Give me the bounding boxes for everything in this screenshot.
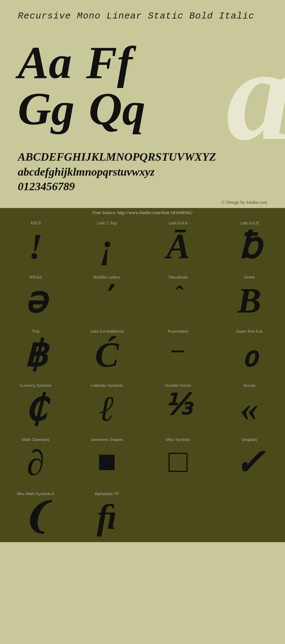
glyph-label-miscmathsyma: Misc Math Symbols A [2,492,69,496]
glyph-label-superandsub: Super And Sub [216,329,283,333]
glyph-char-ascii: ! [29,227,43,266]
glyph-label-miscsymbols: Misc Symbols [144,437,212,442]
glyph-label-letterlike: Letterlike Symbols [73,383,141,388]
glyph-cell-arrows: Arrows « [214,380,285,434]
glyph-label-modletters: Modifier Letters [73,275,141,279]
glyph-label-greek: Greek [216,275,283,279]
alphabet-section: ABCDEFGHIJKLMNOPQRSTUVWXYZ abcdefghijklm… [0,146,285,198]
glyph-char-dingbats: ✓ [234,443,264,483]
glyph-char-geoshapes: ■ [97,443,116,479]
glyph-cell-punctuation: Punctuation – [142,326,214,380]
glyph-label-diacriticals: Diacriticals [144,275,212,279]
alphabet-lower: abcdefghijklmnopqrstuvwxyz [18,165,267,180]
pair-aa: Aa [18,39,72,85]
glyph-label-latinexta: Latin Ext A [144,221,212,225]
glyph-char-ipaext: ə [25,281,47,320]
glyph-label-latin1sup: Latin 1 Sup [73,221,141,225]
letter-pairs: Aa Ff Gg Qq [18,39,145,146]
glyph-cell-diacriticals: Diacriticals ˆ [142,271,214,326]
glyph-cell-latin1sup: Latin 1 Sup ¡ [71,217,142,271]
glyph-char-modletters: ʼ [103,281,111,308]
glyph-cell-geoshapes: Geometric Shapes ■ [71,434,142,488]
glyph-label-ascii: ASCII [2,221,69,225]
glyph-cell-mathops: Math Operators ∂ [0,434,71,488]
background-char: a [226,28,285,160]
glyph-char-thai: ฿ [24,335,47,374]
glyph-cell-ascii: ASCII ! [0,217,71,271]
glyph-char-letterlike: ℓ [99,389,115,429]
pair-qq: Qq [89,85,145,132]
glyph-label-latinextb: Latin Ext B [216,221,283,225]
glyph-cell-thai: Thai ฿ [0,326,71,380]
glyph-label-geoshapes: Geometric Shapes [73,437,141,442]
glyph-cell-dingbats: Dingbats ✓ [214,434,285,488]
glyph-cell-currency: Currency Symbols ₵ [0,380,71,434]
glyph-cell-alphabeticpf: Alphabetic PF ﬁ [71,488,142,542]
glyph-cell-miscmathsyma: Misc Math Symbols A ❨ [0,488,71,542]
digits: 0123456789 [18,179,267,194]
glyph-cell-latinextb: Latin Ext B ƀ [214,217,285,271]
glyph-cell-empty2 [214,488,285,542]
glyph-label-currency: Currency Symbols [2,383,69,388]
glyph-char-currency: ₵ [24,389,47,429]
glyph-char-miscmathsyma: ❨ [21,498,51,537]
copyright: © Design by fontke.com [0,198,285,208]
glyph-char-diacriticals: ˆ [174,281,182,308]
glyph-cell-latinextadd: Latin Ext Additional Ć [71,326,142,380]
glyphs-section: ASCII ! Latin 1 Sup ¡ Latin Ext A Ā Lati… [0,217,285,542]
glyph-label-punctuation: Punctuation [144,329,212,333]
specimen-area: Aa Ff Gg Qq a [0,36,285,146]
pair-gg: Gg [18,85,74,132]
glyph-cell-letterlike: Letterlike Symbols ℓ [71,380,142,434]
glyph-label-numberforms: Number Forms [144,383,212,388]
font-title: Recursive Mono Linear Static Bold Italic [18,11,267,21]
letter-row-1: Aa Ff [18,39,145,85]
glyph-char-mathops: ∂ [27,443,44,483]
glyph-cell-miscsymbols: Misc Symbols □ [142,434,214,488]
glyph-char-alphabeticpf: ﬁ [97,498,117,537]
glyph-char-numberforms: ⅓ [164,389,192,421]
source-bar: Font Source: http://www.fontke.com/font/… [0,208,285,217]
glyph-label-mathops: Math Operators [2,437,69,442]
glyph-cell-latinexta: Latin Ext A Ā [142,217,214,271]
top-section: Recursive Mono Linear Static Bold Italic [0,0,285,36]
glyph-label-thai: Thai [2,329,69,333]
glyph-char-punctuation: – [172,335,185,363]
glyph-char-miscsymbols: □ [169,443,188,479]
glyph-char-latinextb: ƀ [238,227,261,266]
glyph-cell-superandsub: Super And Sub ₀ [214,326,285,380]
glyph-cell-modletters: Modifier Letters ʼ [71,271,142,326]
letter-row-2: Gg Qq [18,85,145,132]
glyph-char-latin1sup: ¡ [100,227,114,266]
glyph-char-arrows: « [240,389,258,429]
glyph-cell-empty1 [142,488,214,542]
glyph-label-arrows: Arrows [216,383,283,388]
glyph-label-ipaext: IPA Ext [2,275,69,279]
glyph-label-dingbats: Dingbats [216,437,283,442]
glyph-char-greek: Β [238,281,261,320]
glyph-char-superandsub: ₀ [242,335,256,374]
glyph-char-latinexta: Ā [166,227,190,266]
glyph-label-alphabeticpf: Alphabetic PF [73,492,141,496]
alphabet-upper: ABCDEFGHIJKLMNOPQRSTUVWXYZ [18,150,267,165]
glyph-cell-greek: Greek Β [214,271,285,326]
glyph-label-latinextadd: Latin Ext Additional [73,329,141,333]
glyph-char-latinextadd: Ć [95,335,119,374]
glyph-grid: ASCII ! Latin 1 Sup ¡ Latin Ext A Ā Lati… [0,217,285,542]
pair-ff: Ff [86,39,133,85]
glyph-cell-ipaext: IPA Ext ə [0,271,71,326]
glyph-cell-numberforms: Number Forms ⅓ [142,380,214,434]
